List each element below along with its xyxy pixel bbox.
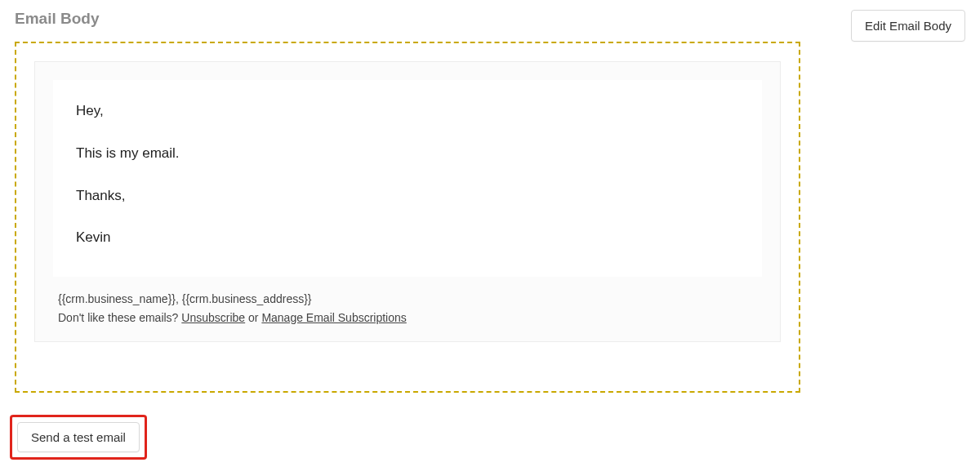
email-content: Hey, This is my email. Thanks, Kevin <box>53 80 762 277</box>
email-line: This is my email. <box>76 144 739 163</box>
email-footer: {{crm.business_name}}, {{crm.business_ad… <box>35 285 780 341</box>
footer-prefix: Don't like these emails? <box>58 311 181 324</box>
email-line: Thanks, <box>76 186 739 206</box>
send-test-email-button[interactable]: Send a test email <box>17 422 140 452</box>
email-wrapper: Hey, This is my email. Thanks, Kevin {{c… <box>34 61 781 342</box>
email-body-preview: Hey, This is my email. Thanks, Kevin {{c… <box>15 42 800 393</box>
footer-merge-tags: {{crm.business_name}}, {{crm.business_ad… <box>58 290 757 308</box>
footer-unsubscribe-line: Don't like these emails? Unsubscribe or … <box>58 309 757 327</box>
edit-email-body-button[interactable]: Edit Email Body <box>851 10 965 42</box>
email-line: Hey, <box>76 101 739 121</box>
section-title: Email Body <box>15 10 99 28</box>
send-test-row: Send a test email <box>10 415 147 460</box>
unsubscribe-link[interactable]: Unsubscribe <box>181 311 245 324</box>
manage-subscriptions-link[interactable]: Manage Email Subscriptions <box>261 311 406 324</box>
section-header: Email Body Edit Email Body <box>0 0 980 42</box>
footer-or: or <box>245 311 261 324</box>
email-line: Kevin <box>76 228 739 247</box>
highlight-annotation: Send a test email <box>10 415 147 460</box>
